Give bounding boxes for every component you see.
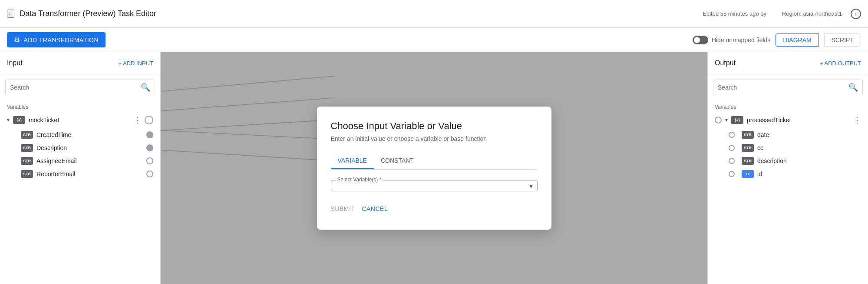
hide-toggle: Hide unmapped fields <box>693 36 770 44</box>
output-variable-group: ▾ {J} processedTicket ⋮ STR date STR cc … <box>708 112 868 180</box>
input-field-createdtime: STR CreatedTime <box>7 128 153 141</box>
field-name: CreatedTime <box>36 131 143 138</box>
toggle-circle <box>694 37 700 43</box>
field-name: ReporterEmail <box>36 170 143 177</box>
submit-button[interactable]: SUBMIT <box>331 202 355 216</box>
field-connector[interactable] <box>146 157 153 164</box>
script-button[interactable]: SCRIPT <box>824 33 861 47</box>
output-connector-header[interactable] <box>715 117 722 124</box>
dropdown-arrow-icon: ▾ <box>529 182 533 190</box>
field-name: Description <box>36 144 143 151</box>
toolbar: ⚙ ADD TRANSFORMATION Hide unmapped field… <box>0 28 868 52</box>
input-search-input[interactable] <box>10 84 137 91</box>
field-type-badge: STR <box>742 144 754 152</box>
field-name: date <box>757 131 861 138</box>
main-content: Input + ADD INPUT 🔍 Variables ▾ {J} mock… <box>0 52 868 284</box>
dialog-subtitle: Enter an initial value or choose a varia… <box>331 135 538 142</box>
more-options-icon[interactable]: ⋮ <box>133 115 141 125</box>
field-connector[interactable] <box>146 131 153 138</box>
page-title: Data Transformer (Preview) Task Editor <box>20 9 697 18</box>
output-search-input[interactable] <box>718 84 845 91</box>
add-transformation-button[interactable]: ⚙ ADD TRANSFORMATION <box>7 32 106 47</box>
hide-unmapped-label: Hide unmapped fields <box>712 37 770 43</box>
header-region: Region: asia-northeast1 <box>782 10 842 17</box>
search-icon: 🔍 <box>848 83 858 92</box>
input-connector[interactable] <box>145 116 153 124</box>
input-type-badge: {J} <box>13 116 25 124</box>
diagram-button[interactable]: DIAGRAM <box>776 33 818 47</box>
header: ← Data Transformer (Preview) Task Editor… <box>0 0 868 28</box>
output-panel-header: Output + ADD OUTPUT <box>708 52 868 74</box>
input-panel-header: Input + ADD INPUT <box>0 52 160 74</box>
more-options-icon[interactable]: ⋮ <box>853 115 861 125</box>
input-variable-group: ▾ {J} mockTicket ⋮ STR CreatedTime STR D… <box>0 112 160 180</box>
field-connector-left[interactable] <box>729 171 735 177</box>
back-button[interactable]: ← <box>7 10 14 18</box>
field-type-badge: STR <box>742 157 754 165</box>
field-type-badge: STR <box>21 144 33 152</box>
search-icon: 🔍 <box>141 83 150 92</box>
header-meta: Edited 55 minutes ago by <box>703 10 766 17</box>
output-field-description: STR description <box>715 154 861 167</box>
field-connector-left[interactable] <box>729 145 735 151</box>
field-name: AssigneeEmail <box>36 157 143 164</box>
field-connector-left[interactable] <box>729 158 735 164</box>
input-panel-title: Input <box>7 59 118 67</box>
field-name: id <box>757 170 861 177</box>
field-type-badge: STR <box>21 170 33 178</box>
dialog-overlay: Choose Input Variable or Value Enter an … <box>161 52 707 284</box>
add-input-button[interactable]: + ADD INPUT <box>118 60 153 67</box>
field-type-badge: STR <box>21 157 33 165</box>
output-search-box[interactable]: 🔍 <box>713 80 863 95</box>
input-variables-label: Variables <box>0 100 160 112</box>
toggle-switch[interactable] <box>693 36 708 44</box>
dialog-tabs: VARIABLE CONSTANT <box>331 153 538 170</box>
input-variable-name: mockTicket <box>29 117 130 124</box>
chevron-down-icon[interactable]: ▾ <box>725 117 728 123</box>
output-variables-label: Variables <box>708 100 868 112</box>
input-search-box[interactable]: 🔍 <box>5 80 155 95</box>
select-variable-group[interactable]: Select Variable(s) * ▾ <box>331 180 538 191</box>
chevron-down-icon[interactable]: ▾ <box>7 117 10 123</box>
field-type-badge: STR <box>21 131 33 139</box>
select-variable-label: Select Variable(s) * <box>336 177 383 183</box>
output-field-date: STR date <box>715 128 861 141</box>
field-connector-left[interactable] <box>729 132 735 138</box>
field-connector[interactable] <box>146 144 153 151</box>
input-field-reporteremail: STR ReporterEmail <box>7 167 153 180</box>
toolbar-right: Hide unmapped fields DIAGRAM SCRIPT <box>693 33 861 47</box>
tab-variable[interactable]: VARIABLE <box>331 153 374 169</box>
output-variable-header: ▾ {J} processedTicket ⋮ <box>715 112 861 128</box>
info-icon[interactable]: i <box>851 9 861 19</box>
output-field-id: D id <box>715 167 861 180</box>
cancel-button[interactable]: CANCEL <box>362 202 388 216</box>
field-name: description <box>757 157 861 164</box>
add-transformation-label: ADD TRANSFORMATION <box>24 37 99 43</box>
output-type-badge: {J} <box>731 116 743 124</box>
gear-icon: ⚙ <box>14 36 20 44</box>
tab-constant[interactable]: CONSTANT <box>374 153 421 169</box>
field-connector[interactable] <box>146 170 153 177</box>
output-field-cc: STR cc <box>715 141 861 154</box>
center-canvas: Choose Input Variable or Value Enter an … <box>161 52 707 284</box>
field-type-badge: STR <box>742 131 754 139</box>
output-variable-name: processedTicket <box>747 117 850 124</box>
field-name: cc <box>757 144 861 151</box>
add-output-button[interactable]: + ADD OUTPUT <box>820 60 861 67</box>
output-panel: Output + ADD OUTPUT 🔍 Variables ▾ {J} pr… <box>707 52 868 284</box>
back-icon: ← <box>8 10 13 17</box>
field-type-badge: D <box>742 170 754 178</box>
input-panel: Input + ADD INPUT 🔍 Variables ▾ {J} mock… <box>0 52 161 284</box>
dialog-title: Choose Input Variable or Value <box>331 120 538 132</box>
input-field-description: STR Description <box>7 141 153 154</box>
input-field-assigneeemail: STR AssigneeEmail <box>7 154 153 167</box>
output-panel-title: Output <box>715 59 820 67</box>
dialog: Choose Input Variable or Value Enter an … <box>317 107 551 230</box>
dialog-actions: SUBMIT CANCEL <box>331 202 538 216</box>
input-variable-header: ▾ {J} mockTicket ⋮ <box>7 112 153 128</box>
